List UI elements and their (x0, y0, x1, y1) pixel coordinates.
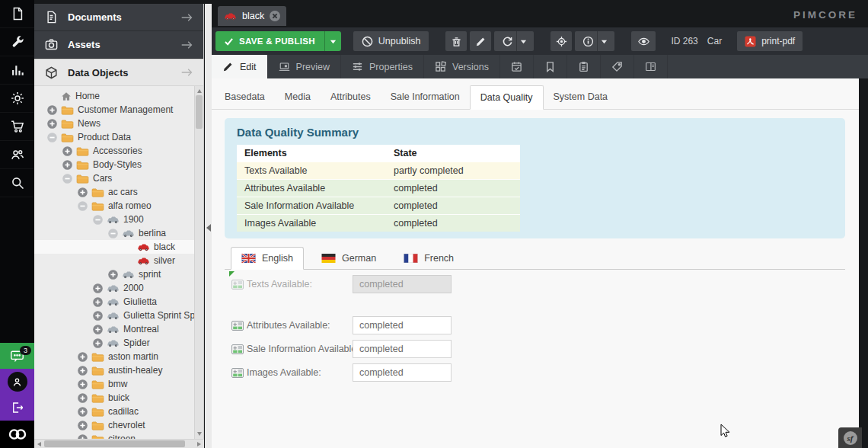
main-tab-calendar[interactable] (500, 55, 534, 78)
tree-expander-plus-icon[interactable] (78, 379, 88, 389)
field-input[interactable] (353, 340, 452, 358)
tree-expander-plus-icon[interactable] (78, 421, 88, 430)
tree-expander-plus-icon[interactable] (93, 297, 103, 307)
tree-expander-plus-icon[interactable] (47, 119, 57, 129)
activity-customers-button[interactable] (0, 141, 34, 169)
tree-expander-plus-icon[interactable] (78, 366, 88, 376)
tree-item-berlina[interactable]: berlina (34, 226, 195, 240)
tree-item-ac-cars[interactable]: ac cars (34, 185, 195, 199)
field-input[interactable] (353, 316, 452, 334)
delete-button[interactable] (445, 31, 467, 51)
field-input[interactable] (353, 275, 452, 293)
tree-expander-plus-icon[interactable] (47, 105, 57, 115)
tree-item-citroen[interactable]: citroen (34, 432, 195, 439)
notifications-button[interactable]: 3 (0, 343, 34, 369)
tree-item-1900[interactable]: 1900 (34, 213, 195, 226)
tree-item-cars[interactable]: Cars (34, 171, 195, 185)
tree-expander-minus-icon[interactable] (47, 133, 57, 142)
main-tab-notes[interactable] (634, 55, 668, 78)
main-tab-properties[interactable]: Properties (341, 55, 424, 78)
main-tab-tag[interactable] (601, 55, 634, 78)
tree-expander-plus-icon[interactable] (78, 352, 88, 362)
tree-expander-minus-icon[interactable] (78, 201, 88, 211)
symfony-debug-badge[interactable]: sf (838, 427, 862, 448)
scroll-left-arrow[interactable] (37, 442, 41, 446)
save-options-caret[interactable] (324, 31, 341, 51)
open-preview-button[interactable] (631, 31, 656, 51)
tree-expander-plus-icon[interactable] (93, 338, 103, 348)
tree-item-product-data[interactable]: Product Data (34, 130, 195, 144)
tree-item-gulietta-sprint-specia[interactable]: Gulietta Sprint Specia (34, 309, 195, 322)
language-tab-english[interactable]: English (231, 247, 304, 270)
tree-expander-minus-icon[interactable] (108, 229, 118, 238)
rename-button[interactable] (470, 31, 491, 51)
sub-tab-basedata[interactable]: Basedata (215, 85, 275, 109)
scroll-down-arrow[interactable] (197, 432, 202, 436)
tree-item-cadillac[interactable]: cadillac (34, 405, 195, 418)
sub-tab-media[interactable]: Media (275, 85, 321, 109)
tree-item-body-styles[interactable]: Body-Styles (34, 158, 195, 171)
scroll-up-arrow[interactable] (197, 89, 202, 93)
accordion-data-objects[interactable]: Data Objects (34, 59, 203, 86)
collapse-left-icon[interactable] (206, 223, 211, 232)
tree-item-bmw[interactable]: bmw (34, 377, 195, 391)
tree-item-montreal[interactable]: Montreal (34, 322, 195, 336)
tree-expander-minus-icon[interactable] (93, 215, 103, 225)
tree-expander-plus-icon[interactable] (62, 146, 72, 156)
activity-search-button[interactable] (0, 169, 34, 197)
tree-item-chevrolet[interactable]: chevrolet (34, 418, 195, 432)
sub-tab-sale-information[interactable]: Sale Information (381, 85, 470, 109)
vertical-scroll-thumb[interactable] (196, 95, 203, 129)
tree-horizontal-scrollbar[interactable] (34, 439, 204, 448)
language-tab-french[interactable]: French (394, 248, 464, 269)
open-object-tab-black[interactable]: black (218, 6, 286, 26)
tree-item-silver[interactable]: silver (34, 254, 195, 267)
close-tab-icon[interactable] (270, 11, 280, 21)
sub-tab-attributes[interactable]: Attributes (321, 85, 381, 109)
tree-expander-plus-icon[interactable] (93, 311, 103, 321)
tree-expander-plus-icon[interactable] (108, 270, 118, 280)
tree-item-2000[interactable]: 2000 (34, 281, 195, 295)
activity-settings-button[interactable] (0, 85, 34, 113)
tree-expander-plus-icon[interactable] (93, 325, 103, 334)
tree-item-sprint[interactable]: sprint (34, 267, 195, 281)
tree-item-news[interactable]: News (34, 117, 195, 130)
tree-item-black[interactable]: black (34, 240, 195, 254)
tree-expander-plus-icon[interactable] (93, 283, 103, 293)
print-pdf-button[interactable]: print-pdf (737, 31, 803, 51)
activity-documents-button[interactable] (0, 0, 34, 28)
reload-button[interactable] (494, 31, 534, 51)
accordion-assets[interactable]: Assets (34, 31, 203, 59)
main-tab-clipboard[interactable] (567, 55, 601, 78)
unpublish-button[interactable]: Unpublish (353, 31, 429, 51)
scroll-right-arrow[interactable] (197, 442, 201, 446)
tree-item-aston-martin[interactable]: aston martin (34, 350, 195, 363)
info-button[interactable] (575, 31, 614, 51)
tree-expander-minus-icon[interactable] (62, 174, 72, 184)
account-button[interactable] (0, 369, 34, 395)
locate-in-tree-button[interactable] (550, 31, 572, 51)
tree-vertical-scrollbar[interactable] (194, 86, 203, 439)
main-tab-preview[interactable]: Preview (268, 55, 341, 78)
tree-item-alfa-romeo[interactable]: alfa romeo (34, 199, 195, 213)
tree-item-buick[interactable]: buick (34, 391, 195, 405)
tree-expander-plus-icon[interactable] (62, 160, 72, 170)
tree-item-customer-management[interactable]: Customer Management (34, 103, 195, 117)
main-tab-bookmark[interactable] (534, 55, 567, 78)
field-input[interactable] (353, 363, 452, 382)
tree-item-giulietta[interactable]: Giulietta (34, 295, 195, 309)
panel-splitter[interactable] (205, 4, 212, 448)
activity-reports-button[interactable] (0, 56, 34, 85)
activity-tools-button[interactable] (0, 28, 34, 56)
logout-button[interactable] (0, 395, 34, 421)
tree-item-spider[interactable]: Spider (34, 336, 195, 350)
tree-expander-plus-icon[interactable] (78, 187, 88, 197)
tree-item-austin-healey[interactable]: austin-healey (34, 363, 195, 377)
tree-expander-plus-icon[interactable] (78, 393, 88, 403)
main-tab-edit[interactable]: Edit (212, 55, 268, 78)
tree-item-accessories[interactable]: Accessories (34, 144, 195, 158)
sub-tab-system-data[interactable]: System Data (544, 85, 618, 109)
activity-ecommerce-button[interactable] (0, 113, 34, 141)
language-tab-german[interactable]: German (311, 248, 386, 269)
horizontal-scroll-thumb[interactable] (44, 440, 185, 447)
